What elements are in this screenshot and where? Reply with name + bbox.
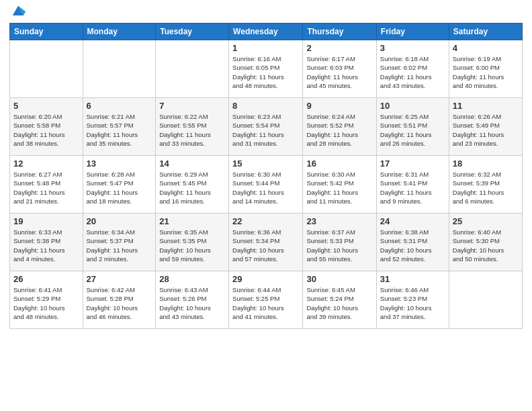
- day-info: Sunrise: 6:32 AM Sunset: 5:39 PM Dayligh…: [453, 170, 519, 205]
- calendar-cell: 18Sunrise: 6:32 AM Sunset: 5:39 PM Dayli…: [449, 156, 522, 214]
- day-number: 18: [453, 158, 519, 169]
- day-info: Sunrise: 6:27 AM Sunset: 5:48 PM Dayligh…: [13, 170, 79, 205]
- day-number: 3: [380, 43, 445, 53]
- day-info: Sunrise: 6:25 AM Sunset: 5:51 PM Dayligh…: [380, 112, 445, 148]
- day-number: 25: [453, 216, 519, 226]
- day-number: 8: [232, 101, 299, 111]
- calendar-cell: 26Sunrise: 6:41 AM Sunset: 5:29 PM Dayli…: [10, 271, 83, 329]
- calendar-cell: 19Sunrise: 6:33 AM Sunset: 5:38 PM Dayli…: [10, 214, 83, 271]
- logo: [9, 9, 26, 17]
- calendar-cell: [156, 40, 229, 98]
- calendar-week-row: 1Sunrise: 6:16 AM Sunset: 6:05 PM Daylig…: [10, 40, 523, 98]
- calendar-cell: 6Sunrise: 6:21 AM Sunset: 5:57 PM Daylig…: [83, 98, 156, 156]
- calendar-week-row: 12Sunrise: 6:27 AM Sunset: 5:48 PM Dayli…: [10, 156, 523, 214]
- day-number: 22: [232, 216, 299, 226]
- calendar-header-friday: Friday: [376, 24, 449, 40]
- calendar-cell: 12Sunrise: 6:27 AM Sunset: 5:48 PM Dayli…: [10, 156, 83, 214]
- day-info: Sunrise: 6:45 AM Sunset: 5:24 PM Dayligh…: [306, 285, 372, 321]
- calendar-header-monday: Monday: [83, 24, 156, 40]
- day-number: 16: [306, 158, 372, 169]
- day-number: 30: [306, 274, 372, 284]
- day-number: 23: [306, 216, 372, 226]
- day-info: Sunrise: 6:30 AM Sunset: 5:42 PM Dayligh…: [306, 170, 372, 205]
- day-number: 15: [232, 158, 299, 169]
- day-info: Sunrise: 6:37 AM Sunset: 5:33 PM Dayligh…: [306, 228, 372, 263]
- calendar-cell: 29Sunrise: 6:44 AM Sunset: 5:25 PM Dayli…: [229, 271, 303, 329]
- day-number: 13: [87, 158, 152, 169]
- day-info: Sunrise: 6:23 AM Sunset: 5:54 PM Dayligh…: [232, 112, 299, 148]
- calendar-cell: 3Sunrise: 6:18 AM Sunset: 6:02 PM Daylig…: [376, 40, 449, 98]
- day-number: 21: [159, 216, 225, 226]
- day-number: 5: [13, 101, 79, 111]
- day-number: 26: [13, 274, 79, 284]
- day-info: Sunrise: 6:19 AM Sunset: 6:00 PM Dayligh…: [453, 54, 519, 90]
- day-info: Sunrise: 6:36 AM Sunset: 5:34 PM Dayligh…: [232, 228, 299, 263]
- day-info: Sunrise: 6:21 AM Sunset: 5:57 PM Dayligh…: [87, 112, 152, 148]
- calendar-week-row: 26Sunrise: 6:41 AM Sunset: 5:29 PM Dayli…: [10, 271, 523, 329]
- day-number: 24: [380, 216, 445, 226]
- day-number: 20: [87, 216, 152, 226]
- day-number: 27: [87, 274, 152, 284]
- day-number: 14: [159, 158, 225, 169]
- day-number: 10: [380, 101, 445, 111]
- day-number: 7: [159, 101, 225, 111]
- day-number: 2: [306, 43, 372, 53]
- calendar-cell: 24Sunrise: 6:38 AM Sunset: 5:31 PM Dayli…: [376, 214, 449, 271]
- calendar-header-row: SundayMondayTuesdayWednesdayThursdayFrid…: [10, 24, 523, 40]
- day-info: Sunrise: 6:41 AM Sunset: 5:29 PM Dayligh…: [13, 285, 79, 321]
- day-info: Sunrise: 6:28 AM Sunset: 5:47 PM Dayligh…: [87, 170, 152, 205]
- day-info: Sunrise: 6:33 AM Sunset: 5:38 PM Dayligh…: [13, 228, 79, 263]
- calendar-cell: 27Sunrise: 6:42 AM Sunset: 5:28 PM Dayli…: [83, 271, 156, 329]
- day-info: Sunrise: 6:34 AM Sunset: 5:37 PM Dayligh…: [87, 228, 152, 263]
- calendar-header-saturday: Saturday: [449, 24, 522, 40]
- day-info: Sunrise: 6:30 AM Sunset: 5:44 PM Dayligh…: [232, 170, 299, 205]
- calendar-cell: 1Sunrise: 6:16 AM Sunset: 6:05 PM Daylig…: [229, 40, 303, 98]
- calendar-cell: 14Sunrise: 6:29 AM Sunset: 5:45 PM Dayli…: [156, 156, 229, 214]
- calendar-cell: 15Sunrise: 6:30 AM Sunset: 5:44 PM Dayli…: [229, 156, 303, 214]
- logo-icon: [11, 3, 26, 17]
- calendar-cell: [449, 271, 522, 329]
- calendar-week-row: 5Sunrise: 6:20 AM Sunset: 5:58 PM Daylig…: [10, 98, 523, 156]
- day-number: 9: [306, 101, 372, 111]
- calendar-week-row: 19Sunrise: 6:33 AM Sunset: 5:38 PM Dayli…: [10, 214, 523, 271]
- calendar-header-sunday: Sunday: [10, 24, 83, 40]
- calendar-cell: 13Sunrise: 6:28 AM Sunset: 5:47 PM Dayli…: [83, 156, 156, 214]
- calendar-cell: 23Sunrise: 6:37 AM Sunset: 5:33 PM Dayli…: [303, 214, 376, 271]
- day-info: Sunrise: 6:22 AM Sunset: 5:55 PM Dayligh…: [159, 112, 225, 148]
- day-info: Sunrise: 6:43 AM Sunset: 5:26 PM Dayligh…: [159, 285, 225, 321]
- calendar-cell: 25Sunrise: 6:40 AM Sunset: 5:30 PM Dayli…: [449, 214, 522, 271]
- calendar-cell: 30Sunrise: 6:45 AM Sunset: 5:24 PM Dayli…: [303, 271, 376, 329]
- calendar-cell: 28Sunrise: 6:43 AM Sunset: 5:26 PM Dayli…: [156, 271, 229, 329]
- calendar-cell: 21Sunrise: 6:35 AM Sunset: 5:35 PM Dayli…: [156, 214, 229, 271]
- day-info: Sunrise: 6:31 AM Sunset: 5:41 PM Dayligh…: [380, 170, 445, 205]
- calendar-cell: [83, 40, 156, 98]
- calendar-header-wednesday: Wednesday: [229, 24, 303, 40]
- day-info: Sunrise: 6:16 AM Sunset: 6:05 PM Dayligh…: [232, 54, 299, 90]
- calendar-cell: 8Sunrise: 6:23 AM Sunset: 5:54 PM Daylig…: [229, 98, 303, 156]
- day-number: 4: [453, 43, 519, 53]
- page-container: SundayMondayTuesdayWednesdayThursdayFrid…: [0, 0, 532, 336]
- day-number: 6: [87, 101, 152, 111]
- calendar-table: SundayMondayTuesdayWednesdayThursdayFrid…: [9, 23, 523, 329]
- day-info: Sunrise: 6:46 AM Sunset: 5:23 PM Dayligh…: [380, 285, 445, 321]
- day-number: 28: [159, 274, 225, 284]
- calendar-header-tuesday: Tuesday: [156, 24, 229, 40]
- calendar-cell: 11Sunrise: 6:26 AM Sunset: 5:49 PM Dayli…: [449, 98, 522, 156]
- day-info: Sunrise: 6:20 AM Sunset: 5:58 PM Dayligh…: [13, 112, 79, 148]
- day-number: 31: [380, 274, 445, 284]
- day-info: Sunrise: 6:18 AM Sunset: 6:02 PM Dayligh…: [380, 54, 445, 90]
- calendar-cell: 7Sunrise: 6:22 AM Sunset: 5:55 PM Daylig…: [156, 98, 229, 156]
- day-info: Sunrise: 6:24 AM Sunset: 5:52 PM Dayligh…: [306, 112, 372, 148]
- day-info: Sunrise: 6:17 AM Sunset: 6:03 PM Dayligh…: [306, 54, 372, 90]
- calendar-cell: 2Sunrise: 6:17 AM Sunset: 6:03 PM Daylig…: [303, 40, 376, 98]
- calendar-cell: 22Sunrise: 6:36 AM Sunset: 5:34 PM Dayli…: [229, 214, 303, 271]
- header: [9, 7, 523, 17]
- calendar-cell: 20Sunrise: 6:34 AM Sunset: 5:37 PM Dayli…: [83, 214, 156, 271]
- day-number: 29: [232, 274, 299, 284]
- calendar-cell: 4Sunrise: 6:19 AM Sunset: 6:00 PM Daylig…: [449, 40, 522, 98]
- calendar-cell: 5Sunrise: 6:20 AM Sunset: 5:58 PM Daylig…: [10, 98, 83, 156]
- calendar-cell: [10, 40, 83, 98]
- day-info: Sunrise: 6:42 AM Sunset: 5:28 PM Dayligh…: [87, 285, 152, 321]
- day-info: Sunrise: 6:38 AM Sunset: 5:31 PM Dayligh…: [380, 228, 445, 263]
- calendar-header-thursday: Thursday: [303, 24, 376, 40]
